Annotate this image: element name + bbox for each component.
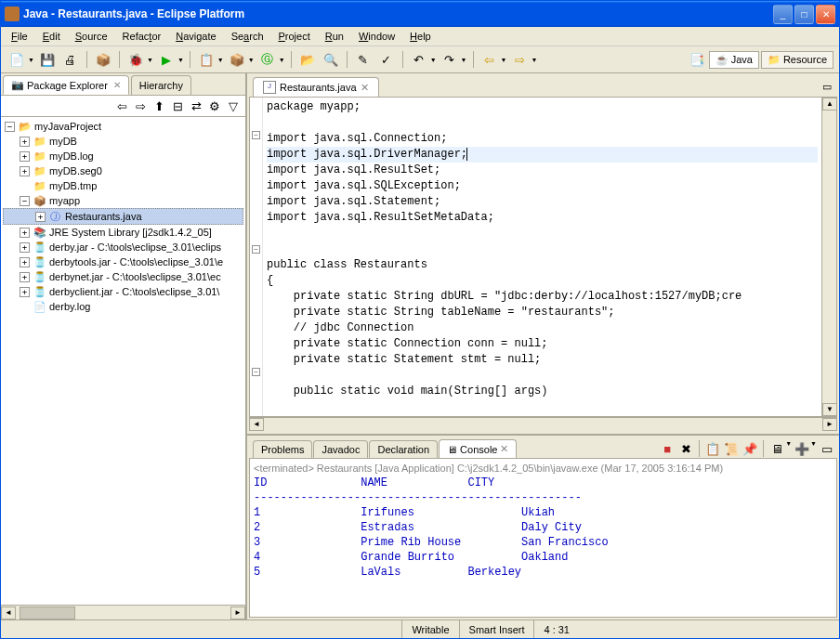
menu-run[interactable]: Run — [319, 29, 350, 44]
tree-restaurants-java[interactable]: +ⒿRestaurants.java — [3, 208, 243, 225]
tree-project[interactable]: −📂myJavaProject — [3, 119, 243, 134]
tab-console[interactable]: 🖥 Console ✕ — [439, 439, 517, 458]
tree-derbylog[interactable]: 📄derby.log — [3, 299, 243, 314]
last-edit-button[interactable]: ↶ — [409, 49, 429, 70]
fold-marker-icon[interactable]: − — [252, 131, 260, 139]
view-menu-icon[interactable]: ▽ — [225, 98, 242, 114]
code-gutter[interactable]: − − − — [250, 98, 263, 416]
expand-icon[interactable]: + — [20, 242, 30, 253]
scroll-left-icon[interactable]: ◄ — [249, 418, 264, 431]
menu-window[interactable]: Window — [352, 29, 401, 44]
expand-icon[interactable]: + — [35, 212, 46, 222]
print-button[interactable]: 🖨 — [60, 49, 81, 70]
tree-myapp[interactable]: −📦myapp — [3, 193, 243, 208]
new-type-button[interactable]: Ⓖ — [257, 49, 278, 70]
tree-jre[interactable]: +📚JRE System Library [j2sdk1.4.2_05] — [3, 225, 243, 240]
menu-project[interactable]: Project — [272, 29, 317, 44]
forward-icon[interactable]: ⇨ — [132, 98, 149, 114]
clear-console-icon[interactable]: 📋 — [704, 440, 721, 457]
new-package-button[interactable]: 📦 — [227, 49, 247, 70]
scroll-left-icon[interactable]: ◄ — [1, 606, 16, 619]
tab-hierarchy[interactable]: Hierarchy — [131, 75, 191, 95]
menu-file[interactable]: File — [5, 29, 34, 44]
debug-button[interactable]: 🐞 — [125, 49, 146, 70]
open-console-icon[interactable]: ➕ — [794, 440, 810, 457]
search-button[interactable]: 🔍 — [321, 49, 341, 70]
menu-edit[interactable]: Edit — [36, 29, 67, 44]
up-icon[interactable]: ⬆ — [151, 98, 167, 114]
expand-icon[interactable]: + — [20, 137, 30, 147]
new-class-button[interactable]: 📋 — [196, 49, 217, 70]
perspective-resource[interactable]: 📁 Resource — [761, 51, 833, 69]
tab-package-explorer[interactable]: 📷 Package Explorer ✕ — [3, 75, 129, 95]
sidebar-hscrollbar[interactable]: ◄ ► — [1, 605, 245, 619]
open-type-button[interactable]: 📂 — [297, 49, 318, 70]
editor-hscrollbar[interactable]: ◄ ► — [249, 417, 837, 432]
fold-marker-icon[interactable]: − — [252, 368, 260, 376]
fold-marker-icon[interactable]: − — [252, 245, 260, 254]
back-icon[interactable]: ⇦ — [113, 98, 130, 114]
menu-navigate[interactable]: Navigate — [169, 29, 222, 44]
close-button[interactable]: ✕ — [816, 5, 835, 24]
console-output[interactable]: ID NAME CITY ---------------------------… — [254, 476, 833, 580]
expand-icon[interactable]: + — [20, 151, 30, 162]
build-button[interactable]: 📦 — [93, 49, 113, 70]
next-button[interactable]: ↷ — [440, 49, 460, 70]
scroll-down-icon[interactable]: ▼ — [822, 403, 837, 416]
expand-icon[interactable]: + — [20, 272, 30, 282]
display-console-icon[interactable]: 🖥 — [768, 440, 785, 457]
tree-tmp[interactable]: 📁myDB.tmp — [3, 178, 243, 193]
editor-tab-restaurants[interactable]: JRestaurants.java ✕ — [253, 77, 379, 97]
scroll-up-icon[interactable]: ▲ — [822, 98, 837, 111]
tree-derbynet-jar[interactable]: +🫙derbynet.jar - C:\tools\eclipse_3.01\e… — [3, 269, 243, 284]
tree-mydb[interactable]: +📁myDB — [3, 134, 243, 149]
maximize-button[interactable]: □ — [794, 5, 814, 24]
perspective-java[interactable]: ☕ Java — [709, 51, 759, 69]
collapse-icon[interactable]: − — [5, 122, 15, 132]
expand-icon[interactable]: + — [20, 257, 30, 267]
code-editor[interactable]: − − − package myapp; import java.sql.Con… — [249, 97, 837, 417]
run-button[interactable]: ▶ — [156, 49, 177, 70]
tab-declaration[interactable]: Declaration — [369, 440, 438, 458]
tree-derbytools-jar[interactable]: +🫙derbytools.jar - C:\tools\eclipse_3.01… — [3, 254, 243, 269]
tab-javadoc[interactable]: Javadoc — [313, 440, 368, 458]
remove-launch-icon[interactable]: ✖ — [677, 440, 694, 457]
close-icon[interactable]: ✕ — [113, 80, 121, 90]
debug-dropdown[interactable]: ▼ — [147, 57, 153, 63]
forward-button[interactable]: ⇨ — [509, 49, 530, 70]
tree-derby-jar[interactable]: +🫙derby.jar - C:\tools\eclipse_3.01\ecli… — [3, 240, 243, 254]
tree-seg0[interactable]: +📁myDB.seg0 — [3, 163, 243, 178]
expand-icon[interactable]: + — [20, 228, 30, 238]
scroll-lock-icon[interactable]: 📜 — [723, 440, 740, 457]
close-icon[interactable]: ✕ — [361, 82, 369, 94]
close-icon[interactable]: ✕ — [500, 443, 508, 455]
minimize-view-icon[interactable]: ▭ — [819, 440, 835, 457]
filter-icon[interactable]: ⚙ — [206, 98, 223, 114]
scroll-right-icon[interactable]: ► — [822, 418, 837, 431]
menu-refactor[interactable]: Refactor — [116, 29, 168, 44]
package-explorer-tree[interactable]: −📂myJavaProject +📁myDB +📁myDB.log +📁myDB… — [1, 116, 245, 605]
minimize-button[interactable]: _ — [773, 5, 793, 24]
new-dropdown[interactable]: ▼ — [28, 57, 34, 63]
annotate-button[interactable]: ✎ — [353, 49, 374, 70]
collapse-icon[interactable]: − — [20, 196, 30, 206]
open-perspective-button[interactable]: 📑 — [687, 49, 707, 70]
scroll-right-icon[interactable]: ► — [230, 606, 245, 619]
menu-source[interactable]: Source — [69, 29, 114, 44]
maximize-view-icon[interactable]: ▭ — [819, 81, 835, 93]
new-button[interactable]: 📄 — [7, 49, 27, 70]
scroll-thumb[interactable] — [20, 606, 75, 619]
back-button[interactable]: ⇦ — [479, 49, 500, 70]
editor-vscrollbar[interactable]: ▲ ▼ — [821, 98, 836, 416]
tree-derbyclient-jar[interactable]: +🫙derbyclient.jar - C:\tools\eclipse_3.0… — [3, 284, 243, 299]
expand-icon[interactable]: + — [20, 166, 30, 176]
tab-problems[interactable]: Problems — [253, 440, 312, 458]
mark-button[interactable]: ✓ — [376, 49, 397, 70]
expand-icon[interactable]: + — [20, 287, 30, 297]
run-dropdown[interactable]: ▼ — [177, 57, 184, 63]
save-button[interactable]: 💾 — [37, 49, 58, 70]
pin-console-icon[interactable]: 📌 — [742, 440, 758, 457]
link-editor-icon[interactable]: ⇄ — [188, 98, 204, 114]
menu-help[interactable]: Help — [403, 29, 438, 44]
terminate-icon[interactable]: ■ — [659, 440, 676, 457]
